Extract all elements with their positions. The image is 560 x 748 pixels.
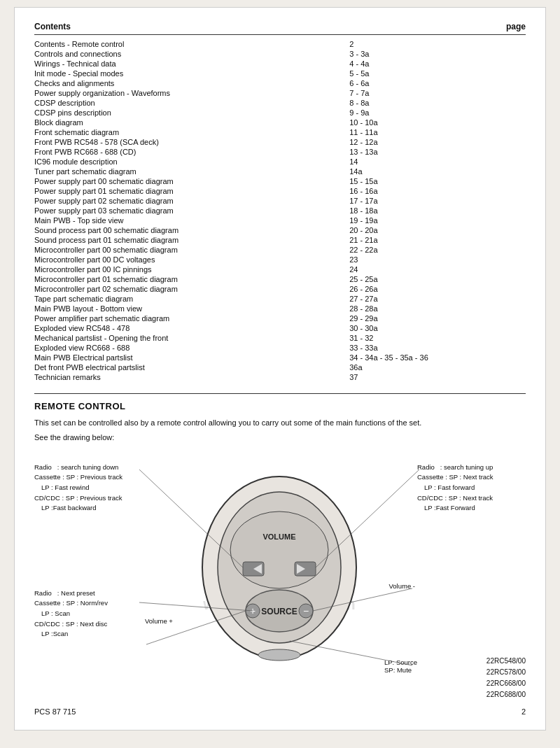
left-bottom-cassette: Cassette : SP : Norm/rev: [34, 598, 143, 609]
toc-row: Power supply organization - Waveforms7 -…: [34, 88, 526, 98]
toc-page: 22 - 22a: [342, 245, 526, 255]
toc-page: 2: [342, 39, 526, 49]
svg-line-19: [290, 641, 412, 665]
remote-diagram-svg: VOLUME SOURCE + −: [139, 449, 419, 700]
contents-title: Contents: [34, 22, 71, 31]
toc-label: CDSP description: [34, 98, 342, 108]
left-bottom-cassette-lp: LP : Scan: [34, 609, 143, 619]
toc-page: 29 - 29a: [342, 313, 526, 323]
toc-label: Main PWB - Top side view: [34, 216, 342, 225]
left-radio-label: Radio : search tuning down: [34, 463, 143, 473]
toc-page: 8 - 8a: [342, 98, 526, 108]
toc-row: Power supply part 00 schematic diagram15…: [34, 176, 526, 186]
toc-page: 23: [342, 255, 526, 264]
toc-row: Checks and alignments6 - 6a: [34, 78, 526, 88]
toc-page: 13 - 13a: [342, 147, 526, 157]
toc-label: Main PWB layout - Bottom view: [34, 304, 342, 313]
toc-label: Power supply organization - Waveforms: [34, 88, 342, 98]
toc-page: 26 - 26a: [342, 284, 526, 294]
toc-page: 18 - 18a: [342, 206, 526, 216]
toc-row: Microcontroller part 00 schematic diagra…: [34, 245, 526, 255]
toc-row: Main PWB - Top side view19 - 19a: [34, 216, 526, 225]
toc-label: Power amplifier part schematic diagram: [34, 313, 342, 323]
toc-page: 36a: [342, 362, 526, 372]
right-top-labels: Radio : search tuning up Cassette : SP :…: [417, 463, 526, 514]
toc-row: Wirings - Technical data4 - 4a: [34, 59, 526, 69]
toc-row: CDSP description8 - 8a: [34, 98, 526, 108]
toc-row: Front schematic diagram11 - 11a: [34, 127, 526, 137]
left-bottom-radio: Radio : Next preset: [34, 588, 143, 599]
toc-label: Tape part schematic diagram: [34, 294, 342, 304]
svg-text:VOLUME: VOLUME: [262, 532, 295, 541]
toc-label: Main PWB Electrical partslist: [34, 353, 342, 362]
svg-point-2: [230, 511, 328, 588]
model-number: 22RC548/00: [486, 656, 526, 667]
svg-text:−: −: [303, 605, 309, 616]
toc-label: Power supply part 03 schematic diagram: [34, 206, 342, 216]
toc-page: 31 - 32: [342, 333, 526, 343]
svg-text:SOURCE: SOURCE: [261, 607, 297, 616]
toc-row: Sound process part 01 schematic diagram2…: [34, 235, 526, 245]
toc-label: Power supply part 00 schematic diagram: [34, 176, 342, 186]
toc-label: Mechanical partslist - Opening the front: [34, 333, 342, 343]
toc-row: Main PWB Electrical partslist34 - 34a - …: [34, 353, 526, 362]
toc-page: 5 - 5a: [342, 69, 526, 78]
toc-label: Technician remarks: [34, 372, 342, 382]
toc-label: Sound process part 01 schematic diagram: [34, 235, 342, 245]
toc-label: Wirings - Technical data: [34, 59, 342, 69]
toc-row: IC96 module description14: [34, 157, 526, 167]
toc-page: 17 - 17a: [342, 196, 526, 206]
toc-page: 19 - 19a: [342, 216, 526, 225]
toc-page: 21 - 21a: [342, 235, 526, 245]
toc-label: Contents - Remote control: [34, 39, 342, 49]
toc-label: Microcontroller part 00 IC pinnings: [34, 264, 342, 274]
toc-page: 34 - 34a - 35 - 35a - 36: [342, 353, 526, 362]
toc-row: Microcontroller part 00 IC pinnings24: [34, 264, 526, 274]
left-bottom-labels: Radio : Next preset Cassette : SP : Norm…: [34, 588, 143, 640]
toc-page: 20 - 20a: [342, 225, 526, 235]
toc-label: Microcontroller part 00 DC voltages: [34, 255, 342, 264]
remote-description: This set can be controlled also by a rem…: [34, 417, 526, 429]
toc-row: Controls and connections3 - 3a: [34, 49, 526, 59]
toc-page: 25 - 25a: [342, 274, 526, 284]
toc-label: CDSP pins description: [34, 108, 342, 118]
toc-label: Block diagram: [34, 118, 342, 127]
toc-page: 37: [342, 372, 526, 382]
right-radio-label: Radio : search tuning up: [417, 463, 526, 473]
toc-page: 16 - 16a: [342, 186, 526, 196]
toc-row: Microcontroller part 00 DC voltages23: [34, 255, 526, 264]
toc-row: Power amplifier part schematic diagram29…: [34, 313, 526, 323]
toc-page: 24: [342, 264, 526, 274]
toc-page: 14a: [342, 167, 526, 176]
left-bottom-cdcdc-lp: LP :Scan: [34, 629, 143, 640]
toc-row: Technician remarks37: [34, 372, 526, 382]
model-numbers: 22RC548/0022RC578/0022RC668/0022RC688/00: [486, 656, 526, 700]
toc-row: Mechanical partslist - Opening the front…: [34, 333, 526, 343]
toc-row: Microcontroller part 01 schematic diagra…: [34, 274, 526, 284]
toc-page: 28 - 28a: [342, 304, 526, 313]
toc-label: Front schematic diagram: [34, 127, 342, 137]
page: Contents page Contents - Remote control2…: [14, 7, 546, 731]
toc-label: Microcontroller part 00 schematic diagra…: [34, 245, 342, 255]
toc-label: Sound process part 00 schematic diagram: [34, 225, 342, 235]
toc-page: 7 - 7a: [342, 88, 526, 98]
toc-page: 30 - 30a: [342, 323, 526, 333]
diagram-area: www.radiotans.cn Radio : search tuning d…: [34, 449, 526, 700]
toc-label: Exploded view RC548 - 478: [34, 323, 342, 333]
toc-page: 3 - 3a: [342, 49, 526, 59]
toc-row: Microcontroller part 02 schematic diagra…: [34, 284, 526, 294]
toc-row: Init mode - Special modes5 - 5a: [34, 69, 526, 78]
toc-row: Contents - Remote control2: [34, 39, 526, 49]
footer-left: PCS 87 715: [34, 707, 76, 716]
toc-label: Front PWB RC548 - 578 (SCA deck): [34, 137, 342, 147]
contents-header: Contents page: [34, 22, 526, 35]
page-heading: page: [506, 22, 526, 31]
toc-page: 11 - 11a: [342, 127, 526, 137]
toc-label: Exploded view RC668 - 688: [34, 343, 342, 353]
right-cdcdc-lp: LP :Fast Forward: [417, 503, 526, 514]
toc-row: Sound process part 00 schematic diagram2…: [34, 225, 526, 235]
model-number: 22RC578/00: [486, 667, 526, 678]
left-cdcdc-lp: LP :Fast backward: [34, 503, 143, 514]
toc-page: 15 - 15a: [342, 176, 526, 186]
left-cassette-label: Cassette : SP : Previous track: [34, 472, 143, 483]
